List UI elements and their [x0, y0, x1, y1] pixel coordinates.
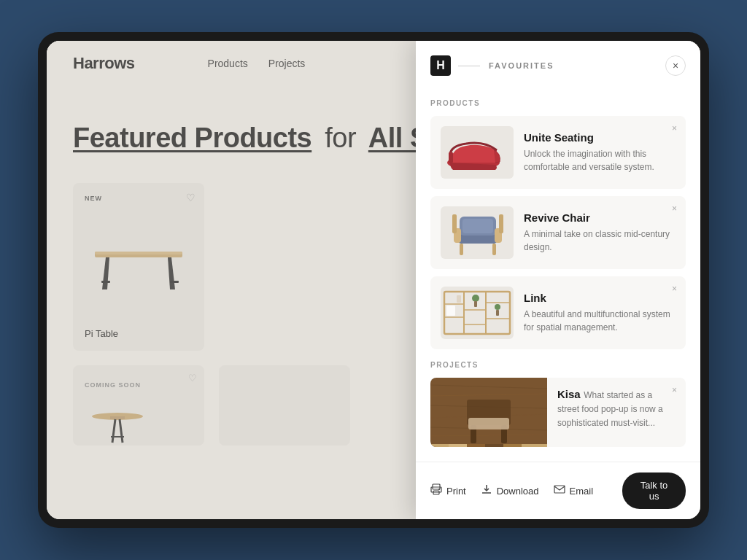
svg-rect-19: [492, 244, 496, 255]
unite-seating-info: Unite Seating Unlock the imagination wit…: [524, 126, 676, 179]
unite-seating-image: [441, 126, 514, 179]
remove-kisa-button[interactable]: ×: [672, 385, 677, 395]
tablet-frame: Harrows Products Projects Featured Produ…: [38, 32, 709, 528]
favourite-project-kisa[interactable]: Kisa What started as a street food pop-u…: [430, 378, 686, 447]
svg-point-31: [472, 295, 479, 302]
email-label: Email: [570, 486, 594, 497]
panel-title-line: FAVOURITES: [458, 61, 658, 70]
download-icon: [481, 483, 492, 498]
svg-rect-13: [462, 219, 493, 233]
download-action[interactable]: Download: [481, 483, 539, 498]
unite-seating-desc: Unlock the imagination with this comfort…: [524, 147, 676, 174]
svg-rect-46: [468, 418, 509, 429]
download-label: Download: [497, 486, 539, 497]
svg-rect-34: [496, 310, 499, 316]
project-kisa-name: Kisa: [557, 388, 581, 400]
print-label: Print: [446, 486, 466, 497]
svg-rect-47: [430, 444, 449, 447]
print-action[interactable]: Print: [430, 483, 466, 498]
remove-unite-seating-button[interactable]: ×: [672, 123, 677, 133]
kisa-image: [430, 378, 547, 447]
remove-link-button[interactable]: ×: [672, 284, 677, 294]
remove-revive-chair-button[interactable]: ×: [672, 203, 677, 214]
favourites-panel: H FAVOURITES × PRODUCTS: [416, 41, 700, 519]
panel-header: H FAVOURITES ×: [416, 41, 700, 88]
products-section-label: PRODUCTS: [430, 99, 686, 107]
tablet-screen: Harrows Products Projects Featured Produ…: [47, 41, 700, 519]
svg-rect-52: [522, 444, 547, 447]
unite-seating-illustration: [444, 130, 510, 175]
panel-title: FAVOURITES: [489, 61, 554, 70]
link-illustration: [441, 288, 514, 338]
panel-logo: H: [430, 55, 451, 76]
svg-rect-10: [449, 152, 453, 163]
svg-rect-32: [474, 301, 477, 307]
panel-body: PRODUCTS: [416, 88, 700, 462]
email-action[interactable]: Email: [554, 483, 594, 498]
project-kisa-text: Kisa What started as a street food pop-u…: [557, 378, 686, 440]
panel-divider: [458, 66, 480, 66]
revive-chair-desc: A minimal take on classic mid-century de…: [524, 228, 676, 254]
projects-section-label: PROJECTS: [430, 361, 686, 369]
link-name: Link: [524, 292, 676, 304]
svg-point-33: [495, 304, 500, 310]
svg-rect-30: [457, 295, 461, 303]
email-icon: [554, 483, 565, 498]
svg-rect-29: [446, 306, 455, 316]
svg-rect-17: [499, 214, 503, 233]
svg-rect-18: [460, 244, 463, 255]
link-image: [441, 287, 514, 339]
talk-to-us-button[interactable]: Talk to us: [622, 472, 686, 509]
project-kisa-row: Kisa What started as a street food pop-u…: [430, 378, 686, 447]
svg-rect-50: [485, 444, 503, 447]
svg-rect-51: [503, 444, 522, 447]
favourite-item-link[interactable]: Link A beautiful and multifunctional sys…: [430, 276, 686, 349]
favourite-item-revive-chair[interactable]: Revive Chair A minimal take on classic m…: [430, 196, 686, 269]
svg-rect-59: [554, 486, 565, 493]
svg-point-56: [438, 489, 440, 490]
svg-rect-48: [449, 444, 467, 447]
svg-rect-49: [467, 444, 485, 447]
revive-chair-info: Revive Chair A minimal take on classic m…: [524, 206, 676, 259]
revive-chair-name: Revive Chair: [524, 211, 676, 224]
kisa-illustration: [430, 378, 547, 447]
svg-rect-16: [452, 214, 457, 233]
revive-chair-illustration: [446, 208, 508, 257]
projects-section: PROJECTS: [430, 361, 686, 447]
close-button[interactable]: ×: [665, 55, 686, 76]
print-icon: [430, 483, 442, 498]
favourite-item-unite-seating[interactable]: Unite Seating Unlock the imagination wit…: [430, 116, 686, 189]
link-info: Link A beautiful and multifunctional sys…: [524, 287, 676, 339]
panel-footer: Print Download: [416, 462, 700, 519]
unite-seating-name: Unite Seating: [524, 131, 676, 144]
link-desc: A beautiful and multifunctional system f…: [524, 308, 676, 334]
revive-chair-image: [441, 206, 514, 259]
